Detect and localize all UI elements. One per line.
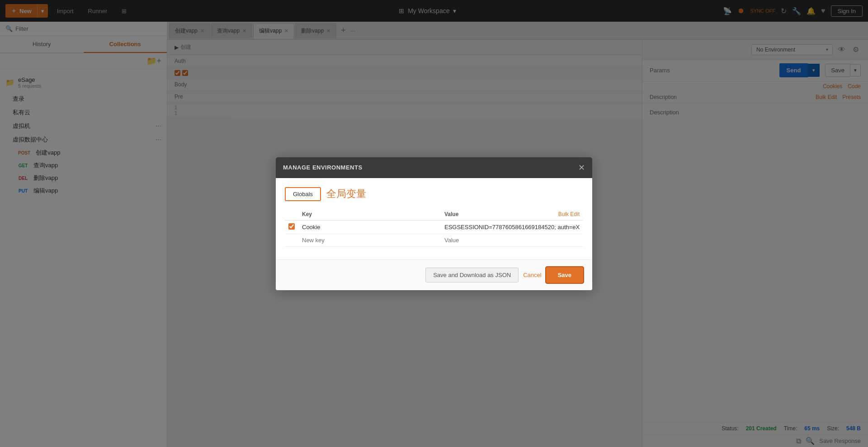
- modal-body: Globals 全局变量 Key Value Bulk Edit: [276, 178, 592, 259]
- modal-header: MANAGE ENVIRONMENTS ✕: [276, 157, 592, 178]
- col-key-header: Key: [298, 208, 441, 221]
- globals-button[interactable]: Globals: [285, 187, 321, 201]
- env-value-input[interactable]: [444, 224, 580, 231]
- modal-overlay: MANAGE ENVIRONMENTS ✕ Globals 全局变量 Key V…: [0, 0, 868, 447]
- save-env-button[interactable]: Save: [546, 267, 583, 283]
- save-json-button[interactable]: Save and Download as JSON: [425, 268, 519, 282]
- env-key-input[interactable]: [302, 224, 437, 231]
- env-row-checkbox[interactable]: [288, 223, 295, 230]
- modal-close-button[interactable]: ✕: [578, 163, 585, 173]
- new-value-input[interactable]: [444, 237, 580, 244]
- globals-section: Globals 全局变量: [285, 187, 583, 201]
- col-value-header: Value: [441, 208, 502, 221]
- bulk-edit-header[interactable]: Bulk Edit: [502, 208, 583, 221]
- cancel-button[interactable]: Cancel: [523, 272, 541, 278]
- new-key-input[interactable]: [302, 237, 437, 244]
- env-row-new: [285, 234, 583, 246]
- env-table: Key Value Bulk Edit: [285, 208, 583, 247]
- modal-title: MANAGE ENVIRONMENTS: [283, 164, 363, 171]
- modal-footer: Save and Download as JSON Cancel Save: [276, 259, 592, 290]
- env-row-cookie: [285, 220, 583, 234]
- manage-environments-modal: MANAGE ENVIRONMENTS ✕ Globals 全局变量 Key V…: [276, 157, 592, 290]
- globals-title: 全局变量: [326, 187, 366, 201]
